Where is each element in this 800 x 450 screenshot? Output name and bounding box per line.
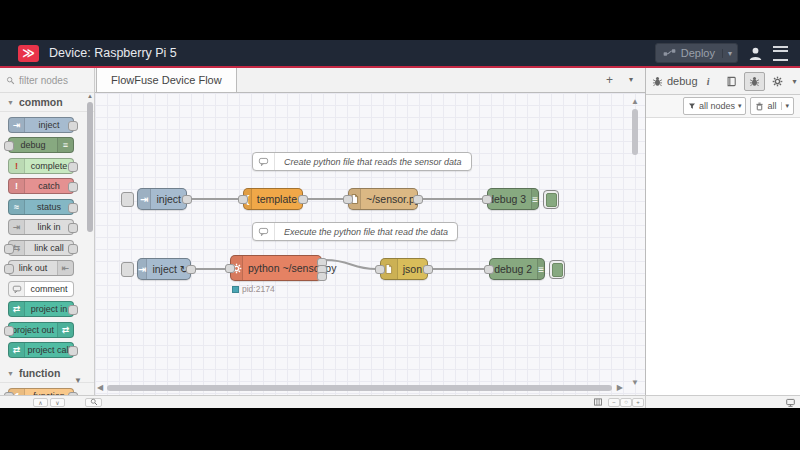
trash-icon: [755, 102, 764, 111]
deploy-button[interactable]: Deploy ▾: [655, 43, 738, 63]
inject-trigger-button[interactable]: [121, 192, 134, 207]
sidebar-tab-debug[interactable]: debug: [652, 75, 698, 87]
comment-text: Execute the python file that read the da…: [275, 227, 457, 237]
node-template[interactable]: { template: [243, 188, 303, 210]
project-in-icon: ⇄: [9, 302, 25, 316]
info-tab-button[interactable]: i: [698, 72, 719, 91]
palette-node-link-in[interactable]: ⇥ link in: [8, 219, 74, 235]
input-port[interactable]: [343, 195, 353, 204]
palette-node-project-in[interactable]: ⇄ project in: [8, 301, 74, 317]
add-flow-icon[interactable]: +: [606, 73, 613, 87]
project-out-icon: ⇄: [57, 323, 73, 337]
comment-node-execute-python[interactable]: Execute the python file that read the da…: [252, 222, 458, 241]
canvas-scroll-up-icon[interactable]: ▲: [631, 97, 639, 106]
palette-node-project-call[interactable]: ⇄ project call: [8, 342, 74, 358]
palette-category-common[interactable]: ▼ common: [0, 93, 94, 112]
palette-scrollbar[interactable]: [87, 102, 93, 232]
sidebar-options-caret-icon[interactable]: ▾: [793, 77, 797, 86]
port: [68, 121, 78, 131]
zoom-reset-button[interactable]: ○: [620, 398, 632, 407]
input-port[interactable]: [238, 195, 248, 204]
debug-enable-toggle[interactable]: [543, 190, 559, 209]
output-port[interactable]: [413, 195, 423, 204]
canvas-vertical-scrollbar[interactable]: [632, 109, 638, 155]
navigator-map-button[interactable]: [590, 398, 606, 407]
device-title: Device: Raspberry Pi 5: [49, 46, 177, 60]
palette-search-placeholder: filter nodes: [19, 75, 68, 86]
tab-flowfuse-device-flow[interactable]: FlowFuse Device Flow: [96, 68, 237, 93]
port: [68, 203, 78, 213]
palette-scroll-down-icon[interactable]: ▼: [74, 376, 82, 385]
palette-node-project-out[interactable]: ⇄ project out: [8, 322, 74, 338]
inject-trigger-button[interactable]: [121, 262, 134, 277]
palette-node-complete[interactable]: ! complete: [8, 158, 74, 174]
config-tab-button[interactable]: [767, 72, 788, 91]
status-dot-icon: [232, 286, 239, 293]
output-port[interactable]: [298, 195, 308, 204]
flow-list-caret-icon[interactable]: ▾: [629, 75, 633, 84]
main-menu-icon[interactable]: [773, 46, 788, 61]
expand-categories-button[interactable]: ∨: [50, 398, 65, 407]
canvas-scroll-left-icon[interactable]: ◀: [97, 383, 103, 392]
zoom-out-button[interactable]: −: [608, 398, 620, 407]
node-red-editor: ≫ Device: Raspberry Pi 5 Deploy ▾ filter…: [0, 40, 800, 408]
debug-tab-button[interactable]: [744, 72, 765, 91]
debug-clear-button[interactable]: all ▾: [750, 97, 794, 115]
input-port[interactable]: [375, 265, 385, 274]
debug-filter-button[interactable]: all nodes ▾: [683, 97, 747, 115]
palette-node-label: catch: [25, 181, 73, 191]
palette-node-comment[interactable]: comment: [8, 281, 74, 297]
node-sensor-file[interactable]: ~/sensor.py: [348, 188, 418, 210]
node-inject-2[interactable]: ⇥ inject ↻: [137, 258, 191, 280]
console-monitor-button[interactable]: [783, 398, 797, 407]
debug-messages-panel[interactable]: [646, 118, 800, 382]
search-flows-button[interactable]: [85, 398, 102, 407]
node-debug-2[interactable]: ≡ debug 2: [489, 258, 545, 280]
debug-enable-toggle[interactable]: [549, 260, 565, 279]
palette-node-debug[interactable]: ≡ debug: [8, 137, 74, 153]
output-port[interactable]: [182, 195, 192, 204]
status-text: pid:2174: [242, 284, 275, 294]
palette-scroll-up-icon[interactable]: ▲: [87, 93, 93, 99]
input-port[interactable]: [225, 264, 235, 273]
node-label: debug 2: [489, 263, 537, 275]
inject-icon: ⇥: [138, 189, 151, 209]
collapse-categories-button[interactable]: ∧: [33, 398, 48, 407]
palette-node-link-out[interactable]: ⇤ link out: [8, 260, 74, 276]
canvas-horizontal-scrollbar[interactable]: [107, 385, 612, 391]
palette-node-status[interactable]: ≈ status: [8, 199, 74, 215]
debug-filter-row: all nodes ▾ all ▾: [646, 95, 800, 118]
node-inject-1[interactable]: ⇥ inject: [137, 188, 187, 210]
palette-node-label: link out: [9, 263, 57, 273]
output-port[interactable]: [423, 265, 433, 274]
palette-node-catch[interactable]: ! catch: [8, 178, 74, 194]
node-json[interactable]: json: [380, 258, 428, 280]
node-python-exec[interactable]: python ~/sensor.py: [230, 255, 322, 281]
wires: [95, 93, 645, 395]
user-icon[interactable]: [748, 46, 763, 61]
help-tab-button[interactable]: [721, 72, 742, 91]
output-port-3[interactable]: [317, 272, 327, 281]
inject-icon: ⇥: [9, 118, 25, 132]
palette-node-link-call[interactable]: ⇆ link call: [8, 240, 74, 256]
port: [68, 346, 78, 356]
palette-node-label: inject: [25, 120, 73, 130]
debug-icon: ≡: [57, 138, 73, 152]
node-status: pid:2174: [232, 284, 275, 294]
zoom-in-button[interactable]: +: [632, 398, 644, 407]
palette-search[interactable]: filter nodes: [0, 68, 94, 93]
tab-label: FlowFuse Device Flow: [111, 74, 222, 86]
input-port[interactable]: [484, 265, 494, 274]
debug-sidebar: debug i ▾ all nodes ▾ all ▾: [645, 68, 800, 395]
category-label: common: [19, 96, 63, 108]
node-debug-3[interactable]: ≡ debug 3: [487, 188, 539, 210]
clear-options-caret-icon[interactable]: ▾: [781, 102, 789, 110]
canvas-scroll-down-icon[interactable]: ▼: [631, 378, 639, 387]
output-port[interactable]: [186, 265, 196, 274]
flow-canvas[interactable]: Create python file that reads the sensor…: [95, 93, 645, 395]
deploy-options-caret[interactable]: ▾: [722, 49, 737, 58]
comment-node-create-python[interactable]: Create python file that reads the sensor…: [252, 152, 472, 171]
canvas-scroll-right-icon[interactable]: ▶: [617, 383, 623, 392]
palette-node-inject[interactable]: ⇥ inject: [8, 117, 74, 133]
input-port[interactable]: [482, 195, 492, 204]
